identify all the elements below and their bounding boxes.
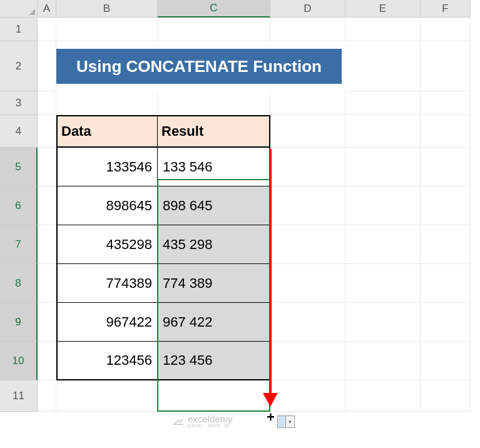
table-header-data[interactable]: Data [56,115,158,148]
cell-a7[interactable] [38,225,56,264]
watermark-brand: exceldemy [188,414,233,424]
table-row[interactable]: 967 422 [158,303,270,342]
table-row[interactable]: 774389 [56,264,158,303]
cell-f11[interactable] [421,380,471,412]
cell-f8[interactable] [421,264,471,303]
cell-d4[interactable] [270,115,345,148]
cell-b3[interactable] [56,91,158,115]
arrow-head-icon [263,393,278,407]
select-all-corner[interactable] [0,0,38,18]
col-header-d[interactable]: D [270,0,345,18]
cell-f9[interactable] [421,303,471,342]
cell-a2[interactable] [38,41,56,91]
cell-e10[interactable] [345,342,421,380]
table-row[interactable]: 898645 [56,186,158,225]
cell-c1[interactable] [158,18,270,41]
table-header-result[interactable]: Result [158,115,270,148]
cell-d10[interactable] [270,342,345,380]
cell-e6[interactable] [345,186,421,225]
col-header-f[interactable]: F [421,0,471,18]
cell-f3[interactable] [421,91,471,115]
table-row[interactable]: 435298 [56,225,158,264]
row-header-10[interactable]: 10 [0,342,38,380]
cell-c11[interactable] [158,380,270,412]
cell-e9[interactable] [345,303,421,342]
cell-f6[interactable] [421,186,471,225]
row-header-3[interactable]: 3 [0,91,38,115]
watermark-tagline: EXCEL · DATA · BI [188,424,233,428]
row-header-4[interactable]: 4 [0,115,38,148]
table-row[interactable]: 774 389 [158,264,270,303]
cell-f1[interactable] [421,18,471,41]
fill-handle-cursor-icon: + [267,409,275,425]
cell-e8[interactable] [345,264,421,303]
table-row[interactable]: 967422 [56,303,158,342]
cell-d11[interactable] [270,380,345,412]
cell-e3[interactable] [345,91,421,115]
chevron-down-icon: ▾ [286,416,294,427]
watermark: exceldemy EXCEL · DATA · BI [173,414,233,428]
autofill-grid-icon [278,416,286,427]
cell-d1[interactable] [270,18,345,41]
cell-d8[interactable] [270,264,345,303]
col-header-e[interactable]: E [345,0,421,18]
row-header-9[interactable]: 9 [0,303,38,342]
cell-a1[interactable] [38,18,56,41]
cell-f7[interactable] [421,225,471,264]
cell-f5[interactable] [421,148,471,186]
table-row[interactable]: 898 645 [158,186,270,225]
svg-rect-0 [174,424,183,425]
cell-f4[interactable] [421,115,471,148]
cell-b1[interactable] [56,18,158,41]
row-header-5[interactable]: 5 [0,148,38,186]
title-banner: Using CONCATENATE Function [56,49,342,84]
cell-d9[interactable] [270,303,345,342]
cell-d7[interactable] [270,225,345,264]
cell-a6[interactable] [38,186,56,225]
table-row[interactable]: 133 546 [158,148,270,186]
cell-a5[interactable] [38,148,56,186]
cell-f10[interactable] [421,342,471,380]
cell-a9[interactable] [38,303,56,342]
cell-b11[interactable] [56,380,158,412]
cell-a11[interactable] [38,380,56,412]
table-row[interactable]: 123456 [56,342,158,380]
cell-e11[interactable] [345,380,421,412]
table-row[interactable]: 435 298 [158,225,270,264]
row-header-8[interactable]: 8 [0,264,38,303]
cell-d5[interactable] [270,148,345,186]
cell-e1[interactable] [345,18,421,41]
row-header-1[interactable]: 1 [0,18,38,41]
cell-d3[interactable] [270,91,345,115]
cell-a8[interactable] [38,264,56,303]
autofill-options-button[interactable]: ▾ [277,415,295,428]
cell-e4[interactable] [345,115,421,148]
col-header-a[interactable]: A [38,0,56,18]
row-header-6[interactable]: 6 [0,186,38,225]
cell-a4[interactable] [38,115,56,148]
cell-a3[interactable] [38,91,56,115]
cell-a10[interactable] [38,342,56,380]
col-header-c[interactable]: C [158,0,270,18]
cell-e5[interactable] [345,148,421,186]
col-header-b[interactable]: B [56,0,158,18]
cell-f2[interactable] [421,41,471,91]
row-header-2[interactable]: 2 [0,41,38,91]
cell-d6[interactable] [270,186,345,225]
row-header-11[interactable]: 11 [0,380,38,412]
row-header-7[interactable]: 7 [0,225,38,264]
arrow-line [269,149,272,396]
cell-e7[interactable] [345,225,421,264]
table-row[interactable]: 123 456 [158,342,270,380]
spreadsheet-grid: A B C D E F 1 2 Using CONCATENATE Functi… [0,0,480,412]
watermark-logo-icon [173,415,184,427]
cell-e2[interactable] [345,41,421,91]
table-row[interactable]: 133546 [56,148,158,186]
cell-c3[interactable] [158,91,270,115]
